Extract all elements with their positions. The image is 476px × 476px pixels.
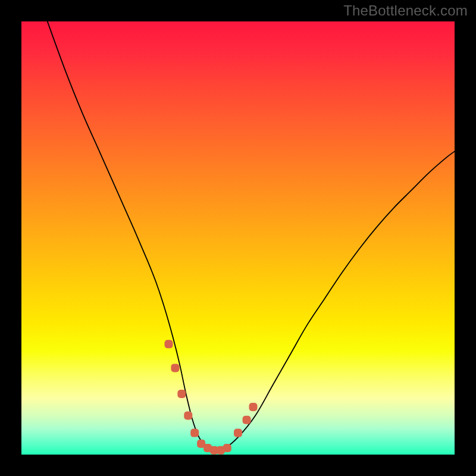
marker-dot xyxy=(190,429,199,437)
chart-frame: TheBottleneck.com xyxy=(0,0,476,476)
marker-dot xyxy=(249,403,257,411)
marker-dot xyxy=(243,416,251,424)
marker-dot xyxy=(171,364,179,372)
marker-dot xyxy=(184,411,192,419)
marker-dot xyxy=(177,390,186,398)
watermark-text: TheBottleneck.com xyxy=(343,2,468,19)
bottleneck-curve xyxy=(48,21,455,450)
marker-dot xyxy=(234,429,242,437)
plot-area xyxy=(21,21,455,455)
marker-dot xyxy=(223,444,231,452)
marker-dot xyxy=(165,340,173,348)
curve-layer xyxy=(21,21,455,455)
